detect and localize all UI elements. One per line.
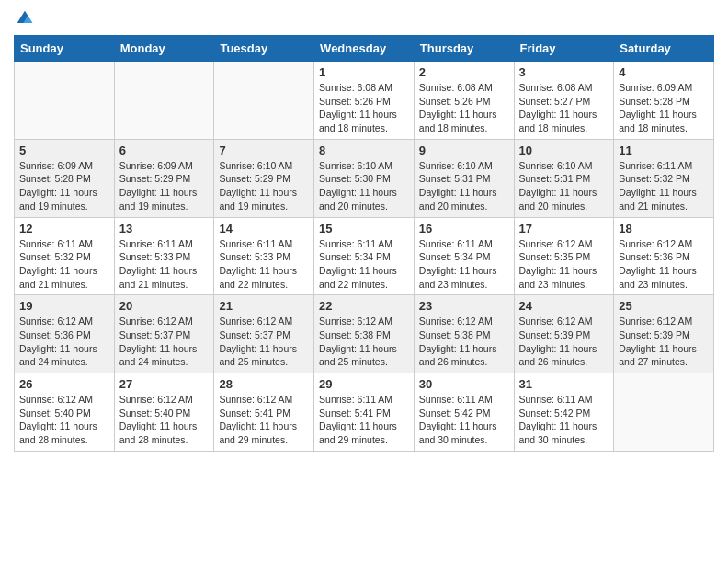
calendar-cell: 12Sunrise: 6:11 AM Sunset: 5:32 PM Dayli… <box>15 217 115 295</box>
day-number: 31 <box>519 377 609 391</box>
day-number: 12 <box>19 222 109 236</box>
day-number: 14 <box>219 222 309 236</box>
day-number: 23 <box>419 299 509 313</box>
calendar-cell: 1Sunrise: 6:08 AM Sunset: 5:26 PM Daylig… <box>314 62 415 140</box>
day-number: 25 <box>619 299 709 313</box>
calendar-cell: 22Sunrise: 6:12 AM Sunset: 5:38 PM Dayli… <box>314 295 415 373</box>
day-number: 9 <box>419 144 509 157</box>
day-header-thursday: Thursday <box>414 36 514 62</box>
day-info: Sunrise: 6:08 AM Sunset: 5:26 PM Dayligh… <box>419 81 509 135</box>
page-header <box>14 9 714 28</box>
day-info: Sunrise: 6:12 AM Sunset: 5:35 PM Dayligh… <box>519 237 609 292</box>
day-number: 10 <box>519 144 609 157</box>
calendar-cell: 2Sunrise: 6:08 AM Sunset: 5:26 PM Daylig… <box>414 62 514 140</box>
day-number: 26 <box>19 377 109 391</box>
day-number: 18 <box>619 222 709 236</box>
day-header-monday: Monday <box>114 36 214 62</box>
calendar-cell: 11Sunrise: 6:11 AM Sunset: 5:32 PM Dayli… <box>614 139 714 217</box>
calendar-cell: 9Sunrise: 6:10 AM Sunset: 5:31 PM Daylig… <box>414 139 514 217</box>
day-header-sunday: Sunday <box>15 36 115 62</box>
day-info: Sunrise: 6:12 AM Sunset: 5:37 PM Dayligh… <box>219 315 309 369</box>
day-info: Sunrise: 6:12 AM Sunset: 5:38 PM Dayligh… <box>319 315 409 369</box>
day-header-friday: Friday <box>514 36 614 62</box>
day-number: 17 <box>519 222 609 236</box>
day-number: 11 <box>619 144 709 157</box>
calendar-cell: 6Sunrise: 6:09 AM Sunset: 5:29 PM Daylig… <box>114 139 214 217</box>
calendar-cell <box>15 62 115 140</box>
day-info: Sunrise: 6:11 AM Sunset: 5:41 PM Dayligh… <box>319 393 409 447</box>
day-info: Sunrise: 6:10 AM Sunset: 5:31 PM Dayligh… <box>519 159 609 213</box>
day-info: Sunrise: 6:12 AM Sunset: 5:39 PM Dayligh… <box>519 315 609 369</box>
calendar-week-2: 5Sunrise: 6:09 AM Sunset: 5:28 PM Daylig… <box>15 139 714 217</box>
day-info: Sunrise: 6:11 AM Sunset: 5:32 PM Dayligh… <box>619 159 709 213</box>
day-number: 7 <box>219 144 309 157</box>
day-info: Sunrise: 6:09 AM Sunset: 5:29 PM Dayligh… <box>119 159 210 213</box>
calendar-cell: 31Sunrise: 6:11 AM Sunset: 5:42 PM Dayli… <box>514 373 614 452</box>
calendar-week-1: 1Sunrise: 6:08 AM Sunset: 5:26 PM Daylig… <box>15 62 714 140</box>
calendar-cell: 30Sunrise: 6:11 AM Sunset: 5:42 PM Dayli… <box>414 373 514 452</box>
day-number: 4 <box>619 65 709 79</box>
calendar-cell: 5Sunrise: 6:09 AM Sunset: 5:28 PM Daylig… <box>15 139 115 217</box>
day-number: 29 <box>319 377 409 391</box>
day-info: Sunrise: 6:12 AM Sunset: 5:37 PM Dayligh… <box>119 315 210 369</box>
day-number: 6 <box>119 144 210 157</box>
calendar-cell: 28Sunrise: 6:12 AM Sunset: 5:41 PM Dayli… <box>214 373 314 452</box>
day-info: Sunrise: 6:12 AM Sunset: 5:39 PM Dayligh… <box>619 315 709 369</box>
logo <box>14 9 34 28</box>
calendar-table: SundayMondayTuesdayWednesdayThursdayFrid… <box>14 35 714 452</box>
calendar-cell: 14Sunrise: 6:11 AM Sunset: 5:33 PM Dayli… <box>214 217 314 295</box>
calendar-cell: 24Sunrise: 6:12 AM Sunset: 5:39 PM Dayli… <box>514 295 614 373</box>
day-info: Sunrise: 6:10 AM Sunset: 5:30 PM Dayligh… <box>319 159 409 213</box>
calendar-cell: 4Sunrise: 6:09 AM Sunset: 5:28 PM Daylig… <box>614 62 714 140</box>
calendar-cell: 19Sunrise: 6:12 AM Sunset: 5:36 PM Dayli… <box>15 295 115 373</box>
calendar-week-5: 26Sunrise: 6:12 AM Sunset: 5:40 PM Dayli… <box>15 373 714 452</box>
calendar-cell: 7Sunrise: 6:10 AM Sunset: 5:29 PM Daylig… <box>214 139 314 217</box>
day-info: Sunrise: 6:12 AM Sunset: 5:38 PM Dayligh… <box>419 315 509 369</box>
day-number: 2 <box>419 65 509 79</box>
day-number: 27 <box>119 377 210 391</box>
day-number: 1 <box>319 65 409 79</box>
day-info: Sunrise: 6:10 AM Sunset: 5:31 PM Dayligh… <box>419 159 509 213</box>
calendar-cell: 16Sunrise: 6:11 AM Sunset: 5:34 PM Dayli… <box>414 217 514 295</box>
day-info: Sunrise: 6:09 AM Sunset: 5:28 PM Dayligh… <box>19 159 109 213</box>
day-number: 21 <box>219 299 309 313</box>
day-info: Sunrise: 6:12 AM Sunset: 5:40 PM Dayligh… <box>119 393 210 447</box>
day-info: Sunrise: 6:11 AM Sunset: 5:34 PM Dayligh… <box>419 237 509 292</box>
day-info: Sunrise: 6:11 AM Sunset: 5:33 PM Dayligh… <box>219 237 309 292</box>
day-info: Sunrise: 6:09 AM Sunset: 5:28 PM Dayligh… <box>619 81 709 135</box>
day-info: Sunrise: 6:08 AM Sunset: 5:26 PM Dayligh… <box>319 81 409 135</box>
calendar-cell: 17Sunrise: 6:12 AM Sunset: 5:35 PM Dayli… <box>514 217 614 295</box>
day-header-saturday: Saturday <box>614 36 714 62</box>
day-number: 5 <box>19 144 109 157</box>
day-number: 19 <box>19 299 109 313</box>
calendar-cell: 20Sunrise: 6:12 AM Sunset: 5:37 PM Dayli… <box>114 295 214 373</box>
calendar-cell: 3Sunrise: 6:08 AM Sunset: 5:27 PM Daylig… <box>514 62 614 140</box>
day-number: 13 <box>119 222 210 236</box>
calendar-cell: 25Sunrise: 6:12 AM Sunset: 5:39 PM Dayli… <box>614 295 714 373</box>
day-number: 24 <box>519 299 609 313</box>
calendar-cell <box>614 373 714 452</box>
day-number: 16 <box>419 222 509 236</box>
day-info: Sunrise: 6:11 AM Sunset: 5:42 PM Dayligh… <box>419 393 509 447</box>
day-info: Sunrise: 6:12 AM Sunset: 5:36 PM Dayligh… <box>19 315 109 369</box>
day-number: 22 <box>319 299 409 313</box>
calendar-cell: 10Sunrise: 6:10 AM Sunset: 5:31 PM Dayli… <box>514 139 614 217</box>
day-info: Sunrise: 6:08 AM Sunset: 5:27 PM Dayligh… <box>519 81 609 135</box>
day-info: Sunrise: 6:12 AM Sunset: 5:36 PM Dayligh… <box>619 237 709 292</box>
day-info: Sunrise: 6:10 AM Sunset: 5:29 PM Dayligh… <box>219 159 309 213</box>
calendar-week-3: 12Sunrise: 6:11 AM Sunset: 5:32 PM Dayli… <box>15 217 714 295</box>
day-number: 3 <box>519 65 609 79</box>
day-number: 15 <box>319 222 409 236</box>
calendar-cell <box>114 62 214 140</box>
calendar-cell: 18Sunrise: 6:12 AM Sunset: 5:36 PM Dayli… <box>614 217 714 295</box>
day-number: 8 <box>319 144 409 157</box>
calendar-header-row: SundayMondayTuesdayWednesdayThursdayFrid… <box>15 36 714 62</box>
day-info: Sunrise: 6:11 AM Sunset: 5:32 PM Dayligh… <box>19 237 109 292</box>
day-number: 30 <box>419 377 509 391</box>
day-info: Sunrise: 6:12 AM Sunset: 5:41 PM Dayligh… <box>219 393 309 447</box>
calendar-cell <box>214 62 314 140</box>
day-number: 20 <box>119 299 210 313</box>
calendar-cell: 13Sunrise: 6:11 AM Sunset: 5:33 PM Dayli… <box>114 217 214 295</box>
day-header-wednesday: Wednesday <box>314 36 415 62</box>
calendar-cell: 23Sunrise: 6:12 AM Sunset: 5:38 PM Dayli… <box>414 295 514 373</box>
